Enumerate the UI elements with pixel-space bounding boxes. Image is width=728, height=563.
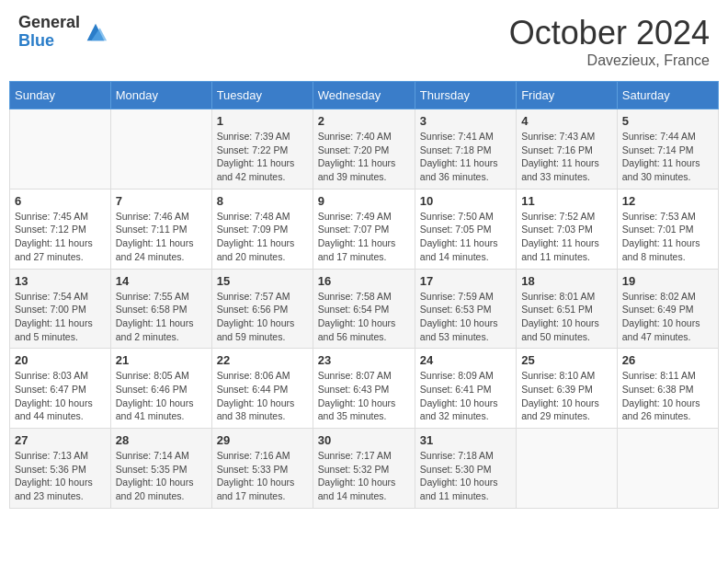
calendar-cell: 1Sunrise: 7:39 AMSunset: 7:22 PMDaylight… — [211, 109, 313, 190]
day-number: 5 — [622, 114, 713, 128]
day-info: Sunrise: 7:44 AMSunset: 7:14 PMDaylight:… — [622, 130, 713, 184]
day-number: 16 — [318, 274, 410, 288]
logo: General Blue — [18, 14, 108, 51]
calendar-cell: 5Sunrise: 7:44 AMSunset: 7:14 PMDaylight… — [617, 109, 718, 190]
logo-icon — [83, 19, 108, 45]
weekday-header: Tuesday — [211, 82, 313, 109]
weekday-header: Friday — [517, 82, 618, 109]
day-number: 31 — [420, 433, 511, 447]
calendar-cell: 21Sunrise: 8:05 AMSunset: 6:46 PMDayligh… — [110, 349, 211, 429]
calendar-cell: 20Sunrise: 8:03 AMSunset: 6:47 PMDayligh… — [10, 349, 111, 429]
day-info: Sunrise: 8:07 AMSunset: 6:43 PMDaylight:… — [318, 369, 410, 423]
calendar-cell — [110, 109, 211, 190]
day-info: Sunrise: 7:13 AMSunset: 5:36 PMDaylight:… — [15, 449, 106, 503]
calendar-cell: 9Sunrise: 7:49 AMSunset: 7:07 PMDaylight… — [313, 189, 415, 269]
day-number: 19 — [622, 274, 713, 288]
calendar-cell: 23Sunrise: 8:07 AMSunset: 6:43 PMDayligh… — [313, 349, 415, 429]
calendar-week-row: 13Sunrise: 7:54 AMSunset: 7:00 PMDayligh… — [10, 269, 719, 349]
day-number: 4 — [521, 114, 612, 128]
calendar-cell: 24Sunrise: 8:09 AMSunset: 6:41 PMDayligh… — [415, 349, 516, 429]
calendar-week-row: 27Sunrise: 7:13 AMSunset: 5:36 PMDayligh… — [10, 429, 719, 509]
calendar-week-row: 20Sunrise: 8:03 AMSunset: 6:47 PMDayligh… — [10, 349, 719, 429]
calendar-cell: 19Sunrise: 8:02 AMSunset: 6:49 PMDayligh… — [617, 269, 718, 349]
day-info: Sunrise: 7:52 AMSunset: 7:03 PMDaylight:… — [521, 210, 612, 264]
day-info: Sunrise: 7:46 AMSunset: 7:11 PMDaylight:… — [116, 210, 207, 264]
calendar-cell: 6Sunrise: 7:45 AMSunset: 7:12 PMDaylight… — [10, 189, 111, 269]
day-number: 20 — [15, 353, 106, 367]
day-info: Sunrise: 7:16 AMSunset: 5:33 PMDaylight:… — [217, 449, 308, 503]
day-number: 11 — [521, 194, 612, 208]
calendar-cell: 29Sunrise: 7:16 AMSunset: 5:33 PMDayligh… — [211, 429, 313, 509]
day-number: 10 — [420, 194, 511, 208]
calendar-cell: 30Sunrise: 7:17 AMSunset: 5:32 PMDayligh… — [313, 429, 415, 509]
day-info: Sunrise: 7:43 AMSunset: 7:16 PMDaylight:… — [521, 130, 612, 184]
calendar-cell: 4Sunrise: 7:43 AMSunset: 7:16 PMDaylight… — [517, 109, 618, 190]
day-number: 15 — [217, 274, 308, 288]
calendar-cell: 2Sunrise: 7:40 AMSunset: 7:20 PMDaylight… — [313, 109, 415, 190]
day-number: 30 — [318, 433, 410, 447]
day-number: 6 — [15, 194, 106, 208]
day-info: Sunrise: 7:50 AMSunset: 7:05 PMDaylight:… — [420, 210, 511, 264]
calendar-cell: 16Sunrise: 7:58 AMSunset: 6:54 PMDayligh… — [313, 269, 415, 349]
day-number: 29 — [217, 433, 308, 447]
location: Davezieux, France — [509, 52, 710, 69]
calendar-cell: 25Sunrise: 8:10 AMSunset: 6:39 PMDayligh… — [517, 349, 618, 429]
day-info: Sunrise: 7:49 AMSunset: 7:07 PMDaylight:… — [318, 210, 410, 264]
day-number: 1 — [217, 114, 308, 128]
weekday-row: SundayMondayTuesdayWednesdayThursdayFrid… — [10, 82, 719, 109]
day-info: Sunrise: 8:11 AMSunset: 6:38 PMDaylight:… — [622, 369, 713, 423]
day-info: Sunrise: 7:39 AMSunset: 7:22 PMDaylight:… — [217, 130, 308, 184]
day-number: 7 — [116, 194, 207, 208]
day-info: Sunrise: 7:53 AMSunset: 7:01 PMDaylight:… — [622, 210, 713, 264]
calendar-cell: 13Sunrise: 7:54 AMSunset: 7:00 PMDayligh… — [10, 269, 111, 349]
weekday-header: Monday — [110, 82, 211, 109]
calendar-cell: 28Sunrise: 7:14 AMSunset: 5:35 PMDayligh… — [110, 429, 211, 509]
day-info: Sunrise: 7:58 AMSunset: 6:54 PMDaylight:… — [318, 290, 410, 344]
page-header: General Blue October 2024 Davezieux, Fra… — [9, 9, 719, 74]
calendar-cell: 10Sunrise: 7:50 AMSunset: 7:05 PMDayligh… — [415, 189, 516, 269]
calendar-cell: 17Sunrise: 7:59 AMSunset: 6:53 PMDayligh… — [415, 269, 516, 349]
day-info: Sunrise: 7:45 AMSunset: 7:12 PMDaylight:… — [15, 210, 106, 264]
day-number: 28 — [116, 433, 207, 447]
calendar-header: SundayMondayTuesdayWednesdayThursdayFrid… — [10, 82, 719, 109]
day-number: 17 — [420, 274, 511, 288]
day-info: Sunrise: 7:17 AMSunset: 5:32 PMDaylight:… — [318, 449, 410, 503]
calendar-cell: 15Sunrise: 7:57 AMSunset: 6:56 PMDayligh… — [211, 269, 313, 349]
day-info: Sunrise: 8:09 AMSunset: 6:41 PMDaylight:… — [420, 369, 511, 423]
day-info: Sunrise: 7:59 AMSunset: 6:53 PMDaylight:… — [420, 290, 511, 344]
weekday-header: Wednesday — [313, 82, 415, 109]
day-number: 26 — [622, 353, 713, 367]
day-info: Sunrise: 8:01 AMSunset: 6:51 PMDaylight:… — [521, 290, 612, 344]
calendar-cell: 31Sunrise: 7:18 AMSunset: 5:30 PMDayligh… — [415, 429, 516, 509]
day-number: 12 — [622, 194, 713, 208]
calendar-cell: 26Sunrise: 8:11 AMSunset: 6:38 PMDayligh… — [617, 349, 718, 429]
calendar-cell: 12Sunrise: 7:53 AMSunset: 7:01 PMDayligh… — [617, 189, 718, 269]
day-number: 27 — [15, 433, 106, 447]
day-info: Sunrise: 7:55 AMSunset: 6:58 PMDaylight:… — [116, 290, 207, 344]
day-info: Sunrise: 7:57 AMSunset: 6:56 PMDaylight:… — [217, 290, 308, 344]
day-number: 23 — [318, 353, 410, 367]
day-info: Sunrise: 8:05 AMSunset: 6:46 PMDaylight:… — [116, 369, 207, 423]
day-number: 14 — [116, 274, 207, 288]
calendar-cell: 11Sunrise: 7:52 AMSunset: 7:03 PMDayligh… — [517, 189, 618, 269]
calendar-cell — [10, 109, 111, 190]
calendar-cell — [617, 429, 718, 509]
calendar-cell: 8Sunrise: 7:48 AMSunset: 7:09 PMDaylight… — [211, 189, 313, 269]
day-number: 21 — [116, 353, 207, 367]
weekday-header: Saturday — [617, 82, 718, 109]
day-info: Sunrise: 7:18 AMSunset: 5:30 PMDaylight:… — [420, 449, 511, 503]
month-title: October 2024 — [509, 14, 710, 52]
weekday-header: Thursday — [415, 82, 516, 109]
title-block: October 2024 Davezieux, France — [509, 14, 710, 69]
day-number: 18 — [521, 274, 612, 288]
calendar-table: SundayMondayTuesdayWednesdayThursdayFrid… — [9, 81, 719, 509]
calendar-cell — [517, 429, 618, 509]
day-info: Sunrise: 7:14 AMSunset: 5:35 PMDaylight:… — [116, 449, 207, 503]
day-number: 22 — [217, 353, 308, 367]
calendar-cell: 18Sunrise: 8:01 AMSunset: 6:51 PMDayligh… — [517, 269, 618, 349]
calendar-cell: 3Sunrise: 7:41 AMSunset: 7:18 PMDaylight… — [415, 109, 516, 190]
day-number: 8 — [217, 194, 308, 208]
day-info: Sunrise: 7:54 AMSunset: 7:00 PMDaylight:… — [15, 290, 106, 344]
day-info: Sunrise: 7:40 AMSunset: 7:20 PMDaylight:… — [318, 130, 410, 184]
day-number: 9 — [318, 194, 410, 208]
